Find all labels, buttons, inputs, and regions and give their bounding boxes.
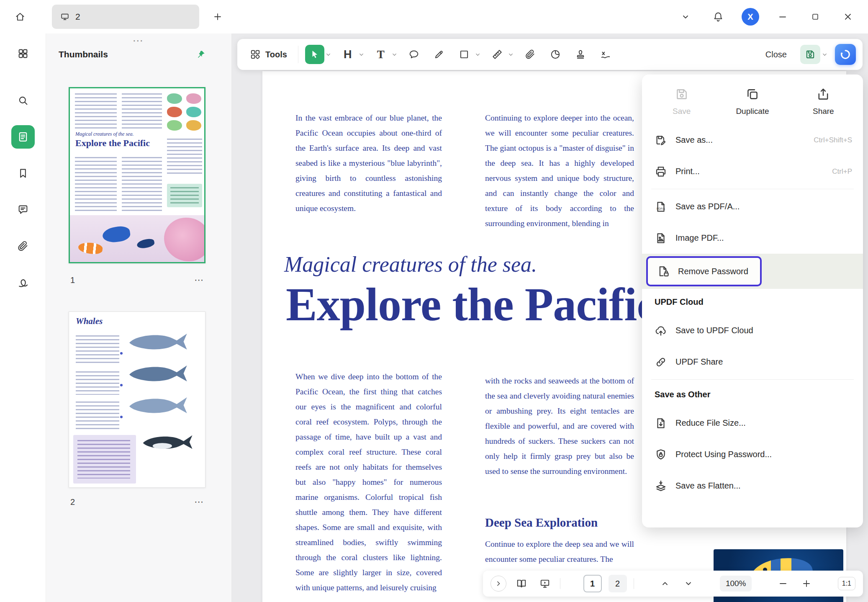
menu-item-save-as-flatten[interactable]: Save as Flatten... [642,470,863,502]
heading-tool-button[interactable]: H [338,45,357,64]
page-navigation-bar: 1 2 100% 1:1 [483,571,863,597]
text-tool-button[interactable]: T [371,45,390,64]
menu-item-label: Save as... [675,135,713,145]
menu-item-save-as-pdfa[interactable]: PDF/A Save as PDF/A... [642,191,863,222]
attachments-button[interactable] [11,234,35,258]
signature-tool-button[interactable] [596,45,615,64]
pen-tool-button[interactable] [429,45,449,64]
menu-item-print[interactable]: Print... Ctrl+P [642,156,863,187]
mini-text-block [167,139,202,176]
page-step-group [657,575,697,592]
slideshow-button[interactable] [537,575,553,592]
zoom-level-button[interactable]: 100% [720,576,752,592]
actual-size-button[interactable]: 1:1 [838,577,855,590]
comment-tool-button[interactable] [404,45,424,64]
share-icon [816,87,830,101]
attach-file-button[interactable] [521,45,540,64]
select-tool-button[interactable] [305,45,324,64]
quick-actions-row: Save Duplicate Share [642,77,863,124]
thumbnails-icon [17,131,29,143]
mini-callout-box [73,435,136,484]
doc-paragraph: When we dive deep into the bottom of the… [295,369,442,595]
search-button[interactable] [11,89,35,112]
collapse-toolbar-button[interactable] [676,8,695,26]
home-button[interactable] [11,8,29,26]
page-2-menu-button[interactable]: ⋯ [194,497,204,507]
shortcut-hint: Ctrl+P [832,167,852,176]
page-thumbnail-2[interactable]: Whales [69,311,205,488]
sticker-tool-button[interactable] [546,45,565,64]
save-button[interactable] [800,45,820,64]
menu-item-save-to-updf-cloud[interactable]: Save to UPDF Cloud [642,315,863,346]
notifications-button[interactable] [709,8,727,26]
close-edit-button[interactable]: Close [761,50,791,59]
reader-mode-button[interactable] [513,575,530,592]
page-number-group: 1 2 [583,575,634,592]
panel-handle-dots: ⋯ [133,34,145,47]
tab-label: 2 [75,12,80,22]
apps-grid-button[interactable] [11,42,35,65]
bookmarks-button[interactable] [11,162,35,185]
thumbnails-panel-button[interactable] [11,125,35,149]
next-page-chevron-button[interactable] [680,575,697,592]
zoom-in-button[interactable] [798,575,815,592]
menu-item-label: UPDF Share [675,357,723,367]
shield-lock-icon [655,448,667,461]
chevron-down-icon [358,51,365,58]
bottombar-divider [560,578,560,589]
view-mode-group [490,575,560,592]
account-avatar[interactable]: X [742,8,759,26]
new-tab-button[interactable] [209,8,226,25]
sign-tool-button[interactable] [11,271,35,294]
page-1-menu-button[interactable]: ⋯ [194,275,204,286]
menu-item-image-pdf[interactable]: Image PDF... [642,222,863,254]
measure-tool-button[interactable] [488,45,507,64]
shape-tool-chevron[interactable] [474,51,482,58]
document-tab[interactable]: 2 [52,5,199,29]
previous-page-button[interactable] [657,575,673,592]
text-tool-chevron[interactable] [391,51,398,58]
save-icon [675,87,689,101]
comments-button[interactable] [11,198,35,221]
coral-illustration [186,120,201,131]
menu-item-save-as[interactable]: Save as... Ctrl+Shift+S [642,124,863,156]
ai-assistant-button[interactable] [835,44,856,65]
save-options-menu: Save Duplicate Share Save as... Ctrl+Shi… [642,75,863,527]
heading-tool-chevron[interactable] [358,51,365,58]
menu-item-protect-using-password[interactable]: Protect Using Password... [642,439,863,470]
menu-item-remove-password[interactable]: Remove Password [642,254,863,289]
duplicate-label: Duplicate [736,107,769,116]
cursor-icon [310,49,320,59]
menu-item-updf-share[interactable]: UPDF Share [642,346,863,378]
close-window-button[interactable] [839,8,857,26]
measure-tool-chevron[interactable] [507,51,515,58]
thumb2-title: Whales [76,316,103,327]
stamp-tool-button[interactable] [571,45,590,64]
menu-duplicate-button[interactable]: Duplicate [717,87,788,116]
maximize-button[interactable] [806,8,824,26]
left-rail [0,33,46,602]
menu-share-button[interactable]: Share [788,87,859,116]
chevron-down-icon [822,51,828,58]
menu-item-reduce-file-size[interactable]: Reduce File Size... [642,407,863,439]
mini-text-block [75,157,117,211]
timeline-dot [120,384,123,386]
expand-panel-button[interactable] [490,576,506,592]
mini-text-block [75,93,117,129]
tools-button[interactable]: Tools [244,43,293,66]
shape-tool-button[interactable] [455,45,474,64]
minimize-button[interactable] [773,8,792,26]
grid-icon [17,48,29,59]
panel-drag-handle[interactable]: ⋯ [46,34,231,47]
page-thumbnail-1[interactable]: Magical creatures of the sea. Explore th… [69,87,205,263]
menu-save-button[interactable]: Save [646,87,717,116]
pink-coral-illustration [164,218,204,261]
menu-item-label: Print... [675,167,700,176]
save-options-chevron[interactable] [821,51,828,58]
next-page-button[interactable]: 2 [609,575,627,592]
pin-icon[interactable] [196,50,205,59]
select-tool-chevron[interactable] [325,51,332,58]
current-page-input[interactable]: 1 [583,575,602,592]
zoom-out-button[interactable] [775,575,791,592]
maximize-icon [811,12,820,21]
